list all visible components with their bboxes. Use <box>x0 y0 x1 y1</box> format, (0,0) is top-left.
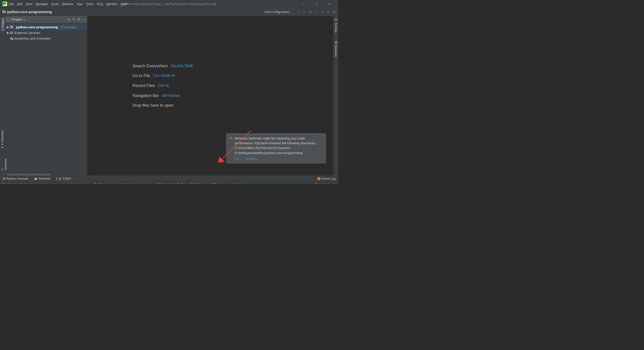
menu-view[interactable]: View <box>26 2 32 6</box>
tip-shortcut: Double Shift <box>171 64 193 68</box>
tip-label: Navigation Bar <box>132 93 159 98</box>
fix-link[interactable]: Fix... <box>235 157 242 161</box>
tab-sciview[interactable]: ☰ SciView <box>334 18 338 33</box>
run-icon[interactable] <box>297 10 300 14</box>
project-view-icon <box>7 18 10 21</box>
bottom-toolbar: ⧉Python Console ▣Terminal ≡6: TODO 1Even… <box>0 175 338 181</box>
notification-text: Windows Defender might be impacting your… <box>235 136 322 155</box>
add-configuration-button[interactable]: Add Configuration... <box>262 9 294 15</box>
tab-database[interactable]: 🗄 Database <box>334 41 338 57</box>
stop-icon[interactable] <box>326 10 330 14</box>
svg-rect-3 <box>327 11 329 13</box>
tip-shortcut: Ctrl+E <box>158 83 169 88</box>
search-icon[interactable] <box>332 10 336 14</box>
window-title: python-core-programming [...\python\pyth… <box>122 2 216 6</box>
svg-rect-2 <box>322 11 323 13</box>
notification-popup: ⚠ Windows Defender might be impacting yo… <box>226 133 326 164</box>
tab-todo[interactable]: ≡6: TODO <box>56 177 71 180</box>
tab-event-log[interactable]: 1Event Log <box>317 177 336 180</box>
statusbar-icon[interactable]: ▢ <box>2 183 6 184</box>
menu-refactor[interactable]: Refactor <box>62 2 74 6</box>
locate-icon[interactable]: ⊕ <box>67 18 70 21</box>
folder-icon <box>10 26 13 29</box>
menu-tools[interactable]: Tools <box>86 2 93 6</box>
project-sidebar: Project ⊕ ⇲ ⚙ — ▶ python-core-programmin… <box>5 16 88 175</box>
menu-vcs[interactable]: VCS <box>97 2 103 6</box>
tab-favorites[interactable]: ★2: Favorites <box>1 130 4 149</box>
tree-project-root[interactable]: ▶ python-core-programming D:\workspa <box>5 24 88 30</box>
tab-terminal[interactable]: ▣Terminal <box>34 177 50 180</box>
actions-dropdown[interactable]: Actions <box>246 157 259 161</box>
editor-tips: Search EverywhereDouble Shift Go to File… <box>132 64 193 108</box>
titlebar: PC File Edit View Navigate Code Refactor… <box>0 0 338 8</box>
menu-window[interactable]: Window <box>106 2 117 6</box>
tree-external-libraries[interactable]: ▶ External Libraries <box>5 30 88 36</box>
drop-hint: Drop files here to open <box>132 103 193 108</box>
editor-area[interactable]: Search EverywhereDouble Shift Go to File… <box>88 16 333 175</box>
menu-edit[interactable]: Edit <box>17 2 23 6</box>
right-gutter: ☰ SciView 🗄 Database <box>333 16 338 175</box>
close-button[interactable]: ✕ <box>328 2 331 6</box>
statusbar-message: Windows Defender might be impacting your… <box>7 183 246 184</box>
gear-icon[interactable]: ⚙ <box>77 18 80 21</box>
maximize-button[interactable]: ☐ <box>315 2 318 6</box>
svg-point-4 <box>333 11 335 13</box>
sidebar-title[interactable]: Project <box>12 18 65 22</box>
attach-icon[interactable] <box>320 10 324 14</box>
tab-project[interactable]: 1: Project <box>1 17 5 32</box>
scratches-icon <box>10 37 13 40</box>
statusbar-time: (3 minutes ago) <box>314 183 336 184</box>
menubar: File Edit View Navigate Code Refactor Ru… <box>9 2 127 6</box>
collapse-icon[interactable]: ⇲ <box>72 18 76 21</box>
tip-shortcut: Ctrl+Shift+N <box>153 73 175 78</box>
menu-run[interactable]: Run <box>77 2 82 6</box>
tip-label: Search Everywhere <box>132 64 168 68</box>
tab-python-console[interactable]: ⧉Python Console <box>3 177 28 180</box>
menu-navigate[interactable]: Navigate <box>36 2 48 6</box>
sidebar-header: Project ⊕ ⇲ ⚙ — <box>5 16 88 23</box>
event-count-badge: 1 <box>317 177 320 180</box>
tip-shortcut: Alt+Home <box>162 93 180 98</box>
pycharm-icon: PC <box>2 1 7 6</box>
hide-icon[interactable]: — <box>82 18 86 21</box>
left-gutter: 1: Project ★2: Favorites ⋮⋮7: Structure <box>0 16 5 175</box>
external-libraries-icon <box>10 32 13 34</box>
coverage-icon[interactable] <box>308 10 312 14</box>
menu-file[interactable]: File <box>9 2 14 6</box>
breadcrumb[interactable]: python-core-programming <box>7 10 52 14</box>
navbar: python-core-programming Add Configuratio… <box>0 8 338 16</box>
horizontal-scrollbar[interactable] <box>6 174 50 175</box>
warning-icon: ⚠ <box>230 136 233 155</box>
tip-label: Go to File <box>132 73 150 78</box>
minimize-button[interactable]: ─ <box>302 2 305 6</box>
menu-code[interactable]: Code <box>52 2 59 6</box>
profile-icon[interactable] <box>315 10 318 14</box>
tree-scratches[interactable]: ▶ Scratches and Consoles <box>5 36 88 42</box>
statusbar: ▢ Windows Defender might be impacting yo… <box>0 182 338 184</box>
debug-icon[interactable] <box>303 10 306 14</box>
folder-icon <box>2 11 6 13</box>
tip-label: Recent Files <box>132 83 155 88</box>
project-tree: ▶ python-core-programming D:\workspa ▶ E… <box>5 23 88 176</box>
